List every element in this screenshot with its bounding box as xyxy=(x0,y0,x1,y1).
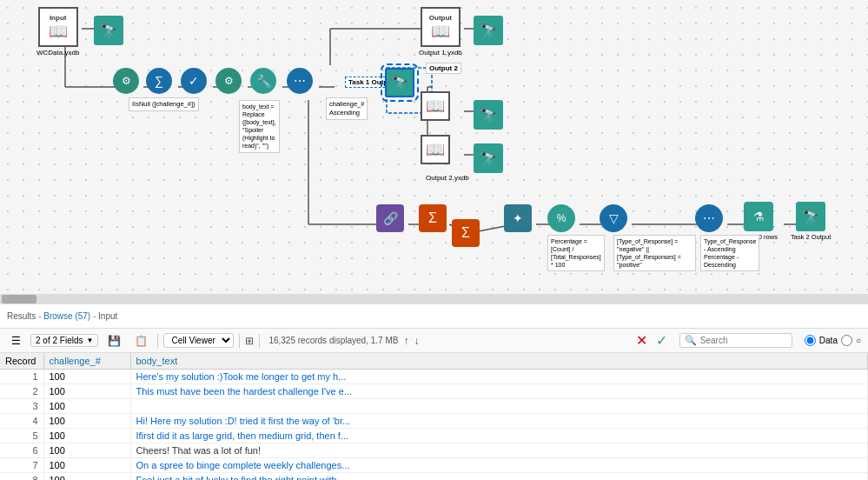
cell-body-text: Cheers! That was a lot of fun! xyxy=(130,443,868,458)
search-icon: 🔍 xyxy=(685,335,697,346)
browse-node-out2a[interactable]: 🔭 xyxy=(474,100,503,130)
formula-node-2[interactable]: 🔧 xyxy=(250,68,276,94)
cell-record: 4 xyxy=(0,414,43,429)
input-label: Input xyxy=(50,14,67,22)
table-row[interactable]: 5100Ifirst did it as large grid, then me… xyxy=(0,429,868,443)
tick-node-1[interactable]: ✓ xyxy=(181,68,207,94)
output2-yxdb-label: Output 2.yxdb xyxy=(426,174,469,182)
type-label-1: [Type_of_Response] = "negative" ||[Type_… xyxy=(613,235,696,271)
challenge-label: challenge_#Ascending xyxy=(326,97,368,120)
pct-label: Percentage =[Count] /[Total_Responses]* … xyxy=(547,235,605,271)
bodytext-label: body_text =Replace([body_text],"Spoiler(… xyxy=(239,100,280,153)
check-btn[interactable]: ✓ xyxy=(656,332,667,349)
results-toolbar: ☰ 2 of 2 Fields ▼ 💾 📋 Cell Viewer ⊞ 16,3… xyxy=(0,329,868,353)
cell-body-text: Ifirst did it as large grid, then medium… xyxy=(130,429,868,443)
isnull-label: IIsNull ([challenge_#]) xyxy=(129,97,199,111)
dots-node-2[interactable]: ⋯ xyxy=(695,204,723,232)
task2-label: Task 2 Output xyxy=(791,233,831,241)
table-row[interactable]: 2100This must have been the hardest chal… xyxy=(0,384,868,399)
output-node-2b[interactable]: 📖 xyxy=(421,135,450,164)
cell-challenge: 100 xyxy=(43,473,130,481)
fields-dropdown[interactable]: 2 of 2 Fields ▼ xyxy=(30,334,98,347)
cell-record: 7 xyxy=(0,458,43,473)
results-title: Results - Browse (57) - Input xyxy=(7,311,117,321)
filter-node-1[interactable]: ▽ xyxy=(600,204,627,232)
formula-node-1[interactable]: ∑ xyxy=(146,68,172,94)
cell-body-text: Hi! Here my solution :D! tried it first … xyxy=(130,414,868,429)
fields-count: 2 of 2 Fields xyxy=(36,336,83,345)
chevron-down-icon: ▼ xyxy=(86,337,93,344)
viz-radio[interactable] xyxy=(841,335,852,346)
cell-body-text: Here's my solution :)Took me longer to g… xyxy=(130,370,868,384)
results-panel: Results - Browse (57) - Input ☰ 2 of 2 F… xyxy=(0,304,868,480)
cell-challenge: 100 xyxy=(43,384,130,399)
data-radio[interactable] xyxy=(805,335,816,346)
cell-record: 5 xyxy=(0,429,43,443)
output-node-1[interactable]: Output 📖 Output 1.yxdb xyxy=(419,7,462,57)
cell-record: 2 xyxy=(0,384,43,399)
workflow-canvas[interactable]: Input 📖 WCData.yxdb 🔭 ⚙ ∑ ✓ ⚙ 🔧 xyxy=(0,0,868,296)
cell-body-text xyxy=(130,399,868,414)
output2-title: Output 2 xyxy=(426,63,461,74)
table-body: 1100Here's my solution :)Took me longer … xyxy=(0,370,868,481)
input-sublabel: WCData.yxdb xyxy=(36,49,79,57)
type-label-2: Type_of_Response- AscendingPercentage -D… xyxy=(700,235,759,271)
table-row[interactable]: 4100Hi! Here my solution :D! tried it fi… xyxy=(0,414,868,429)
cell-record: 6 xyxy=(0,443,43,458)
cluster-node[interactable]: ✦ xyxy=(504,204,532,232)
browse-task2-node[interactable]: 🔭 Task 2 Output xyxy=(791,202,831,241)
dots-node-1[interactable]: ⋯ xyxy=(287,68,313,94)
cell-record: 3 xyxy=(0,399,43,414)
table-row[interactable]: 1100Here's my solution :)Took me longer … xyxy=(0,370,868,384)
browse-node-out2b[interactable]: 🔭 xyxy=(474,143,503,173)
browse-node-out1[interactable]: 🔭 xyxy=(474,16,503,45)
copy-btn[interactable]: 📋 xyxy=(130,334,152,348)
cell-record: 8 xyxy=(0,473,43,481)
table-row[interactable]: 8100Feel just a bit of lucky to find the… xyxy=(0,473,868,481)
h-scroll-thumb[interactable] xyxy=(2,295,36,303)
cell-challenge: 100 xyxy=(43,414,130,429)
col-header-record: Record xyxy=(0,353,43,370)
cell-challenge: 100 xyxy=(43,370,130,384)
browse-task1-node[interactable]: 🔭 xyxy=(385,68,414,97)
sum-node-2[interactable]: Σ xyxy=(452,219,480,247)
col-header-body: body_text xyxy=(130,353,868,370)
search-input[interactable] xyxy=(700,336,787,345)
data-label[interactable]: Data xyxy=(819,336,838,345)
multi-node-2[interactable]: ⚙ xyxy=(215,68,242,94)
save-btn[interactable]: 💾 xyxy=(103,334,125,348)
records-info: 16,325 records displayed, 1.7 MB xyxy=(268,336,398,345)
input-node[interactable]: Input 📖 WCData.yxdb xyxy=(36,7,79,57)
cell-record: 1 xyxy=(0,370,43,384)
cell-challenge: 100 xyxy=(43,399,130,414)
sort-down-btn[interactable]: ↓ xyxy=(414,335,419,347)
menu-icon-btn[interactable]: ☰ xyxy=(7,334,25,348)
grid-icon[interactable]: ⊞ xyxy=(245,335,254,347)
browse-link[interactable]: Browse (57) xyxy=(43,311,90,321)
sum-node-1[interactable]: Σ xyxy=(419,204,447,232)
sort-up-btn[interactable]: ↑ xyxy=(403,335,408,347)
cell-challenge: 100 xyxy=(43,458,130,473)
multi-node-1[interactable]: ⚙ xyxy=(113,68,139,94)
table-row[interactable]: 3100 xyxy=(0,399,868,414)
output-node-2a[interactable]: 📖 xyxy=(421,91,450,121)
viz-label[interactable]: ○ xyxy=(856,336,861,345)
cell-body-text: This must have been the hardest challeng… xyxy=(130,384,868,399)
cell-body-text: On a spree to binge complete weekly chal… xyxy=(130,458,868,473)
search-box[interactable]: 🔍 xyxy=(679,333,792,348)
table-row[interactable]: 6100Cheers! That was a lot of fun! xyxy=(0,443,868,458)
results-table[interactable]: Record challenge_# body_text 1100Here's … xyxy=(0,353,868,480)
browse-node-1[interactable]: 🔭 xyxy=(94,16,123,45)
cell-challenge: 100 xyxy=(43,429,130,443)
table-row[interactable]: 7100On a spree to binge complete weekly … xyxy=(0,458,868,473)
formula-node-3[interactable]: % xyxy=(547,204,575,232)
x-btn[interactable]: ✕ xyxy=(636,332,647,349)
results-header: Results - Browse (57) - Input xyxy=(0,304,868,329)
cell-body-text: Feel just a bit of lucky to find the rig… xyxy=(130,473,868,481)
cell-viewer-select[interactable]: Cell Viewer xyxy=(163,333,234,348)
cell-challenge: 100 xyxy=(43,443,130,458)
col-header-challenge: challenge_# xyxy=(43,353,130,370)
connect-node[interactable]: 🔗 xyxy=(376,204,404,232)
horizontal-scrollbar[interactable] xyxy=(0,294,868,304)
